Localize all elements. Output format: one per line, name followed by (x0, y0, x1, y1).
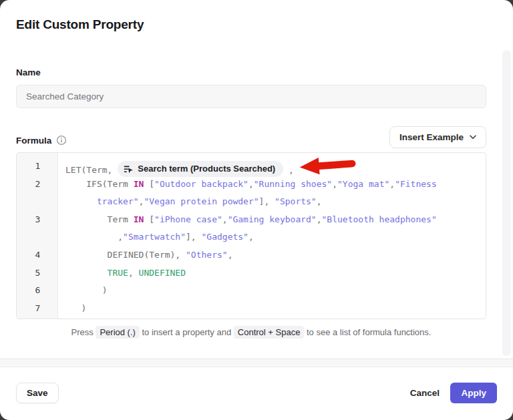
formula-field-label: Formula (16, 136, 51, 146)
line-number: 4 (17, 246, 59, 264)
red-arrow-annotation-icon (299, 154, 360, 184)
edit-custom-property-dialog: Edit Custom Property Name Formula Insert… (0, 0, 513, 420)
code-row: 1LET(Term, Search term (Products Searche… (17, 158, 486, 176)
code-line: ) (59, 282, 486, 300)
save-button[interactable]: Save (16, 383, 59, 403)
code-token: "Others" (186, 250, 228, 260)
chevron-down-icon (470, 135, 476, 140)
property-token-label: Search term (Products Searched) (138, 160, 275, 178)
property-token-chip[interactable]: Search term (Products Searched) (118, 161, 283, 177)
code-token: , (283, 165, 294, 175)
code-line: DEFINED(Term), "Others", (59, 246, 486, 264)
code-token: , (317, 214, 322, 224)
info-icon[interactable] (56, 135, 67, 146)
code-token: [ (144, 179, 154, 189)
apply-button[interactable]: Apply (450, 383, 497, 403)
code-token: UNDEFINED (139, 268, 186, 278)
hint-mid: to insert a property and (140, 327, 234, 337)
code-token: ) (102, 285, 108, 295)
code-token: IFS(Term (86, 179, 133, 189)
line-number: 2 (17, 176, 59, 194)
code-token: Term (108, 214, 134, 224)
code-token: tracker" (97, 196, 139, 206)
editor-hint-text: Press Period (.) to insert a property an… (16, 327, 486, 337)
code-token: , (128, 268, 139, 278)
code-row: tracker","Vegan protein powder"], "Sport… (17, 193, 486, 211)
code-token: "Smartwatch" (123, 232, 186, 242)
code-line: TRUE, UNDEFINED (59, 264, 486, 282)
code-line: LET(Term, Search term (Products Searched… (59, 158, 486, 176)
code-token: , (317, 196, 322, 206)
code-line: ) (59, 300, 486, 318)
code-token: "Gadgets" (202, 232, 248, 242)
code-token: DEFINED(Term), (108, 250, 186, 260)
insert-example-button[interactable]: Insert Example (389, 126, 486, 148)
name-field-label: Name (16, 67, 41, 77)
code-row: ,"Smartwatch"], "Gadgets", (17, 228, 486, 246)
line-number: 1 (17, 158, 59, 176)
formula-code-editor[interactable]: 1LET(Term, Search term (Products Searche… (16, 152, 486, 319)
line-number: 5 (17, 264, 59, 282)
code-token: "Sports" (275, 196, 317, 206)
code-token: IN (134, 179, 144, 189)
formula-code-rows: 1LET(Term, Search term (Products Searche… (17, 153, 486, 319)
kbd-control-space: Control + Space (234, 326, 305, 339)
code-row: 4DEFINED(Term), "Others", (17, 246, 486, 264)
code-token: ], (259, 196, 275, 206)
insert-example-label: Insert Example (399, 132, 464, 142)
code-token: IN (134, 214, 144, 224)
hint-post: to see a list of formula functions. (304, 327, 431, 337)
code-token: "Vegan protein powder" (144, 196, 259, 206)
code-token: , (222, 214, 228, 224)
save-button-label: Save (27, 388, 48, 398)
code-token: "Outdoor backpack" (154, 179, 248, 189)
code-token: [ (144, 214, 154, 224)
scrollbar-track[interactable] (502, 50, 511, 356)
code-token: , (118, 232, 123, 242)
hint-pre: Press (71, 327, 96, 337)
code-token: TRUE (108, 268, 128, 278)
code-token: ) (81, 303, 86, 313)
apply-button-label: Apply (461, 388, 486, 398)
line-number: 6 (17, 282, 59, 300)
code-row: 5TRUE, UNDEFINED (17, 264, 486, 282)
cancel-button-label: Cancel (410, 388, 440, 398)
cancel-button[interactable]: Cancel (406, 383, 444, 403)
page-title: Edit Custom Property (16, 17, 144, 32)
code-row: 6) (17, 282, 486, 300)
search-term-icon (124, 164, 134, 174)
code-token: , (248, 232, 254, 242)
code-token: LET(Term, (65, 165, 118, 175)
code-token: ], (186, 232, 201, 242)
line-number (17, 193, 59, 211)
kbd-period: Period (.) (96, 326, 139, 339)
name-input[interactable] (16, 85, 486, 108)
code-token: , (248, 179, 254, 189)
code-row: 7) (17, 300, 486, 318)
code-token: "Fitness (395, 179, 437, 189)
code-line: tracker","Vegan protein powder"], "Sport… (59, 193, 486, 211)
code-line: ,"Smartwatch"], "Gadgets", (59, 228, 486, 246)
code-token: "Bluetooth headphones" (322, 214, 437, 224)
code-line: Term IN ["iPhone case","Gaming keyboard"… (59, 211, 486, 229)
line-number (17, 228, 59, 246)
code-token: "iPhone case" (154, 214, 222, 224)
code-token: "Gaming keyboard" (228, 214, 317, 224)
footer-divider (0, 359, 513, 367)
line-number: 3 (17, 211, 59, 229)
line-number: 7 (17, 300, 59, 318)
code-token: , (228, 250, 233, 260)
code-row: 3Term IN ["iPhone case","Gaming keyboard… (17, 211, 486, 229)
formula-label-row: Formula (16, 135, 67, 146)
code-token: , (389, 179, 395, 189)
